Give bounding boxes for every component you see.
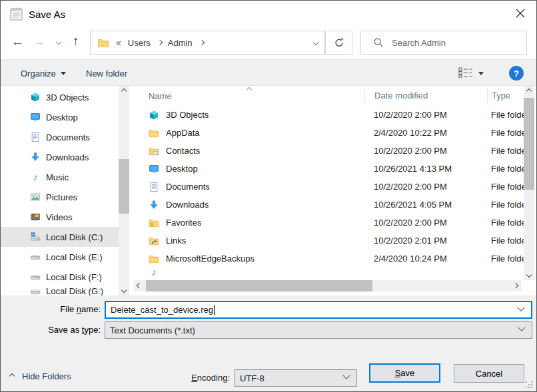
address-bar[interactable]: « Users Admin [90, 31, 325, 55]
table-row-partial[interactable]: ♪ [134, 268, 524, 277]
close-icon[interactable] [514, 7, 527, 20]
scrollbar-thumb[interactable] [119, 159, 129, 214]
chevron-up-icon [9, 373, 15, 379]
file-list: Name Date modified Type 3D Objects 10/2/… [134, 86, 524, 277]
videos-icon [30, 212, 41, 222]
forward-button[interactable]: → [33, 35, 45, 48]
organize-button[interactable]: Organize [21, 60, 66, 87]
chevron-down-icon[interactable] [518, 324, 525, 331]
file-name-label: File name: [1, 304, 101, 314]
save-as-type-select[interactable]: Text Documents (*.txt) [105, 321, 532, 339]
encoding-select[interactable]: UTF-8 [235, 369, 357, 387]
window-title: Save As [29, 9, 65, 20]
music-icon: ♪ [149, 268, 159, 277]
downloads-icon [149, 200, 159, 210]
views-button[interactable] [458, 67, 472, 78]
sidebar-item-pictures[interactable]: Pictures [1, 187, 119, 207]
column-header-type[interactable]: Type [487, 89, 524, 103]
table-row[interactable]: AppData 2/4/2020 10:22 PM File folder [134, 124, 524, 142]
disk-icon [30, 252, 41, 262]
hide-folders-button[interactable]: Hide Folders [10, 369, 71, 383]
scroll-up-icon[interactable] [524, 86, 534, 97]
file-name-input[interactable]: Delete_cast_to_device.reg [105, 301, 532, 319]
breadcrumb-separator-icon [199, 40, 204, 45]
search-input[interactable] [390, 37, 516, 49]
cancel-button[interactable]: Cancel [454, 364, 524, 383]
list-vertical-scrollbar [524, 86, 534, 280]
table-row[interactable]: Links 10/2/2020 2:01 PM File folder [134, 232, 524, 250]
sidebar-item-local-disk-c[interactable]: Local Disk (C:) [1, 227, 119, 247]
table-row[interactable]: 3D Objects 10/2/2020 2:00 PM File folder [134, 106, 524, 124]
folder-icon [149, 254, 159, 264]
scroll-left-icon[interactable] [134, 280, 145, 291]
up-button[interactable]: ↑ [73, 35, 79, 47]
sidebar-item-videos[interactable]: Videos [1, 207, 119, 227]
breadcrumb-separator-icon [157, 40, 163, 45]
3d-objects-icon [30, 92, 41, 102]
sidebar-scrollbar [119, 86, 129, 295]
save-as-dialog: Save As ← → ↑ « Users Admin Organize [0, 0, 537, 392]
list-horizontal-scrollbar [134, 280, 521, 292]
notepad-icon [9, 6, 25, 22]
sidebar-item-partial[interactable]: Local Disk (G:) [1, 287, 119, 295]
scroll-down-icon[interactable] [524, 270, 534, 280]
folder-links-icon [149, 236, 159, 246]
recent-locations-dropdown-icon[interactable] [56, 39, 61, 45]
scroll-right-icon[interactable] [510, 280, 521, 291]
encoding-value: UTF-8 [240, 373, 265, 383]
folder-favorites-icon [149, 218, 159, 228]
refresh-button[interactable] [325, 31, 352, 55]
column-headers: Name Date modified Type [134, 86, 524, 106]
sidebar-item-downloads[interactable]: Downloads [1, 147, 119, 167]
pictures-icon [30, 192, 41, 202]
breadcrumb-item-admin[interactable]: Admin [168, 38, 193, 48]
new-folder-button[interactable]: New folder [86, 60, 127, 87]
folder-icon [149, 128, 159, 138]
address-dropdown-icon[interactable] [313, 40, 318, 45]
folder-contacts-icon [149, 146, 159, 156]
disk-windows-icon [30, 232, 41, 242]
desktop-icon [30, 112, 41, 122]
chevron-down-icon [61, 72, 66, 75]
desktop-icon [149, 164, 159, 174]
sidebar-item-local-disk-f[interactable]: Local Disk (F:) [1, 267, 119, 287]
disk-icon [30, 287, 41, 295]
documents-icon [149, 182, 159, 192]
sidebar-item-desktop[interactable]: Desktop [1, 107, 119, 127]
3d-objects-icon [149, 110, 159, 120]
chevron-down-icon[interactable] [342, 372, 350, 379]
scroll-up-icon[interactable] [119, 86, 129, 97]
chevron-down-icon[interactable] [517, 303, 524, 311]
save-as-type-value: Text Documents (*.txt) [110, 325, 195, 335]
breadcrumb-overflow[interactable]: « [116, 37, 121, 48]
save-button[interactable]: Save [369, 363, 440, 383]
sidebar-item-music[interactable]: ♪ Music [1, 167, 119, 187]
folder-tree: 3D Objects Desktop Documents Downloads ♪… [1, 87, 119, 295]
table-row[interactable]: Favorites 10/2/2020 2:00 PM File folder [134, 214, 524, 232]
table-row[interactable]: Desktop 10/26/2021 4:13 PM File folder [134, 160, 524, 178]
scroll-down-icon[interactable] [119, 285, 129, 295]
help-button[interactable]: ? [509, 66, 524, 81]
back-button[interactable]: ← [11, 35, 24, 48]
column-header-date-modified[interactable]: Date modified [364, 89, 487, 103]
search-box[interactable] [360, 31, 527, 55]
table-row[interactable]: Contacts 10/2/2020 2:00 PM File folder [134, 142, 524, 160]
scrollbar-thumb[interactable] [146, 280, 372, 292]
sidebar-item-local-disk-e[interactable]: Local Disk (E:) [1, 247, 119, 267]
file-name-value: Delete_cast_to_device.reg [111, 305, 213, 315]
refresh-icon [334, 37, 344, 48]
sidebar-item-3d-objects[interactable]: 3D Objects [1, 87, 119, 107]
text-cursor [214, 305, 215, 315]
table-row[interactable]: Downloads 10/26/2021 4:05 PM File folder [134, 196, 524, 214]
documents-icon [30, 132, 41, 142]
resize-grip[interactable] [526, 381, 527, 383]
details-view-icon [458, 67, 472, 78]
scrollbar-thumb[interactable] [524, 98, 534, 190]
downloads-icon [30, 152, 41, 162]
views-dropdown-icon[interactable] [478, 72, 484, 75]
table-row[interactable]: MicrosoftEdgeBackups 2/4/2020 10:24 PM F… [134, 250, 524, 268]
sidebar-item-documents[interactable]: Documents [1, 127, 119, 147]
table-row[interactable]: Documents 10/2/2020 2:00 PM File folder [134, 178, 524, 196]
breadcrumb-item-users[interactable]: Users [128, 38, 151, 48]
save-as-type-label: Save as type: [1, 325, 101, 335]
